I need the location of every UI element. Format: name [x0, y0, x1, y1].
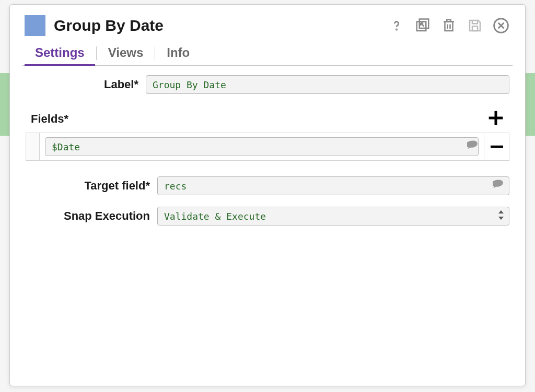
remove-field-icon[interactable] — [484, 133, 509, 160]
svg-point-0 — [396, 29, 397, 30]
settings-dialog: Group By Date — [9, 4, 526, 386]
field-input[interactable] — [45, 137, 479, 156]
field-row-handle[interactable] — [26, 133, 40, 160]
save-icon[interactable] — [466, 16, 484, 35]
add-field-icon[interactable] — [485, 108, 506, 130]
form-body: Label* Fields* — [22, 66, 513, 241]
row-target-field: Target field* — [26, 176, 509, 195]
row-snap-execution: Snap Execution Validate & Execute — [26, 207, 509, 225]
fields-block: Fields* — [26, 108, 509, 161]
snap-execution-select[interactable]: Validate & Execute — [157, 207, 509, 225]
fields-label: Fields* — [31, 112, 68, 126]
label-input[interactable] — [146, 75, 509, 94]
dialog-title: Group By Date — [54, 17, 164, 34]
snap-color-swatch — [25, 15, 45, 36]
dialog-header: Group By Date — [22, 12, 513, 41]
delete-icon[interactable] — [439, 16, 458, 35]
svg-rect-3 — [472, 26, 478, 31]
header-toolbar — [387, 16, 510, 35]
snap-execution-label: Snap Execution — [26, 209, 157, 223]
tab-views[interactable]: Views — [98, 41, 154, 65]
label-label: Label* — [26, 78, 146, 91]
tab-separator — [155, 46, 155, 60]
tab-info[interactable]: Info — [156, 41, 200, 65]
close-icon[interactable] — [492, 16, 510, 35]
tab-bar: Settings Views Info — [22, 41, 513, 66]
tab-settings[interactable]: Settings — [25, 41, 95, 65]
field-row — [26, 133, 509, 161]
row-label: Label* — [26, 75, 509, 94]
export-icon[interactable] — [413, 16, 432, 35]
header-left: Group By Date — [25, 15, 164, 36]
help-icon[interactable] — [387, 16, 406, 35]
target-field-input[interactable] — [157, 176, 509, 195]
tab-separator — [96, 46, 97, 60]
target-field-label: Target field* — [26, 179, 157, 193]
